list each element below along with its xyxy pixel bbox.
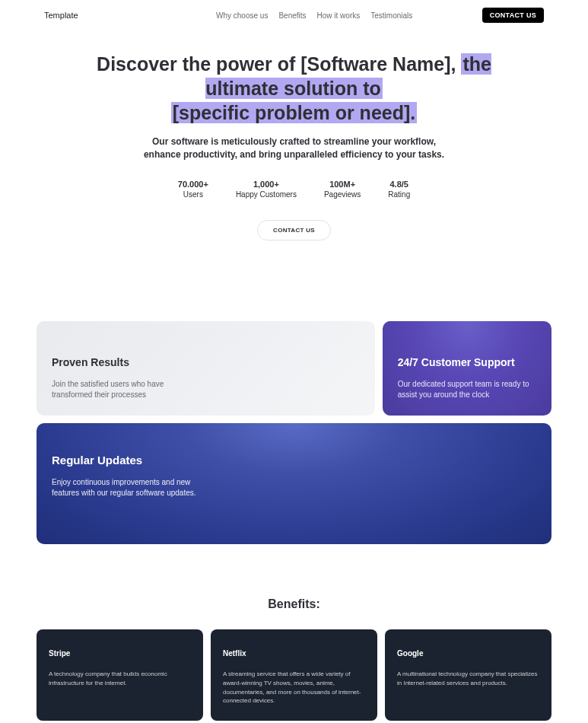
feature-title: Regular Updates <box>52 454 536 467</box>
nav-why-choose-us[interactable]: Why choose us <box>216 11 268 20</box>
hero-title-highlight-2: [specific problem or need]. <box>171 102 418 123</box>
benefit-desc: A technology company that builds economi… <box>49 670 191 687</box>
feature-desc: Our dedicated support team is ready to a… <box>398 379 536 400</box>
hero-stats: 70.000+ Users 1,000+ Happy Customers 100… <box>74 180 515 199</box>
stat-label: Rating <box>388 190 410 199</box>
hero-contact-button[interactable]: CONTACT US <box>257 220 331 240</box>
stat-label: Users <box>178 190 208 199</box>
stat-label: Pageviews <box>324 190 361 199</box>
primary-nav: Why choose us Benefits How it works Test… <box>148 11 412 20</box>
feature-card-updates: Regular Updates Enjoy continuous improve… <box>37 423 551 544</box>
benefits-grid: Stripe A technology company that builds … <box>37 629 551 720</box>
stat-label: Happy Customers <box>236 190 297 199</box>
stat-value: 4.8/5 <box>388 180 410 189</box>
feature-card-support: 24/7 Customer Support Our dedicated supp… <box>383 321 551 416</box>
hero-title-plain: Discover the power of [Software Name], <box>97 53 456 75</box>
feature-title: 24/7 Customer Support <box>398 356 536 369</box>
benefit-card-google: Google A multinational technology compan… <box>385 629 551 720</box>
stat-value: 100M+ <box>324 180 361 189</box>
features-section: Proven Results Join the satisfied users … <box>0 285 588 545</box>
nav-how-it-works[interactable]: How it works <box>317 11 361 20</box>
feature-desc: Enjoy continuous improvements and new fe… <box>52 477 204 498</box>
benefits-section: Benefits: Stripe A technology company th… <box>0 544 588 723</box>
contact-us-button[interactable]: CONTACT US <box>482 8 544 23</box>
benefit-name: Netflix <box>223 649 365 658</box>
stat-value: 70.000+ <box>178 180 208 189</box>
stat-rating: 4.8/5 Rating <box>388 180 410 199</box>
benefit-name: Stripe <box>49 649 191 658</box>
nav-testimonials[interactable]: Testimonials <box>370 11 412 20</box>
logo[interactable]: Template <box>44 11 78 20</box>
benefit-desc: A streaming service that offers a wide v… <box>223 670 365 705</box>
feature-title: Proven Results <box>52 356 360 368</box>
benefit-name: Google <box>397 649 539 658</box>
benefit-desc: A multinational technology company that … <box>397 670 539 687</box>
feature-desc: Join the satisfied users who have transf… <box>52 379 189 400</box>
feature-card-proven-results: Proven Results Join the satisfied users … <box>37 321 375 416</box>
benefits-title: Benefits: <box>37 597 551 611</box>
stat-users: 70.000+ Users <box>178 180 208 199</box>
stat-customers: 1,000+ Happy Customers <box>236 180 297 199</box>
hero-section: Discover the power of [Software Name], t… <box>0 30 588 285</box>
hero-subtitle: Our software is meticulously crafted to … <box>135 135 454 161</box>
site-header: Template Why choose us Benefits How it w… <box>0 0 588 30</box>
nav-benefits[interactable]: Benefits <box>278 11 306 20</box>
stat-pageviews: 100M+ Pageviews <box>324 180 361 199</box>
benefit-card-stripe: Stripe A technology company that builds … <box>37 629 203 720</box>
hero-title: Discover the power of [Software Name], t… <box>74 52 515 125</box>
stat-value: 1,000+ <box>236 180 297 189</box>
benefit-card-netflix: Netflix A streaming service that offers … <box>211 629 377 720</box>
